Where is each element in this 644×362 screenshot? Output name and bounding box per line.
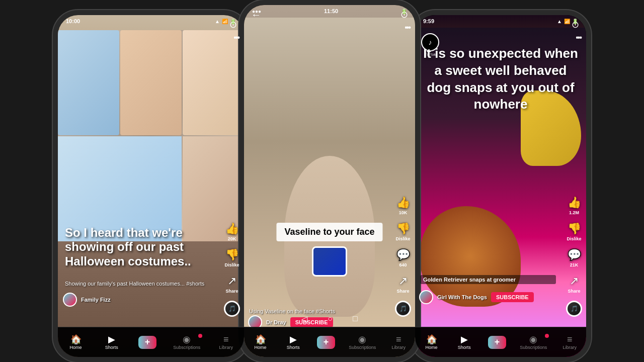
right-nav-add[interactable]: + [487,336,507,349]
home-icon: 🏠 [70,335,82,344]
right-caption-line3: dog snaps at you out of [427,80,574,95]
center-phone: ●●● 11:50 🔋 ← ⊙ ••• 👍 10K 👎 [244,5,415,357]
center-add-icon[interactable]: + [317,336,335,349]
signal-icon: ▲ [215,19,220,24]
center-like-icon: 👍 [396,196,410,209]
right-nav-home[interactable]: 🏠 Home [422,335,442,350]
left-caption-text: So I heard that we're showing off our pa… [65,226,214,269]
nav-back-btn[interactable]: ◁ [301,314,307,324]
left-music-disc: 🎵 [224,301,240,317]
face-1 [58,30,119,135]
right-comment-icon: 💬 [568,248,581,261]
center-camera-icon[interactable]: ⊙ [400,9,408,20]
right-caption-line1: It is so unexpected when [423,46,578,61]
left-dislike-btn[interactable]: 👎 Dislike [224,248,239,267]
subscriptions-label: Subscriptions [173,345,200,350]
face-2 [120,30,182,135]
left-share-label: Share [225,289,238,294]
center-share-btn[interactable]: ↗ Share [396,275,409,294]
right-channel-row: Girl With The Dogs SUBSCRIBE [419,290,582,304]
center-library-icon: ≡ [396,335,401,344]
dislike-icon: 👎 [225,248,239,261]
right-dislike-label: Dislike [567,236,581,241]
left-nav-shorts[interactable]: ▶ Shorts [102,335,122,350]
right-comment-btn[interactable]: 💬 21K [568,248,581,267]
right-channel-name: Girl With The Dogs [437,294,487,300]
wifi-icon: 📶 [222,19,228,24]
right-library-label: Library [563,345,577,350]
left-bottom-nav: 🏠 Home ▶ Shorts + ◉ Subscriptions [58,327,244,357]
right-subscriptions-icon: ◉ [529,335,537,344]
right-nav-shorts[interactable]: ▶ Shorts [454,335,474,350]
left-like-btn[interactable]: 👍 20K [225,222,239,241]
center-dislike-label: Dislike [395,236,410,241]
nav-recent-btn[interactable]: □ [353,314,358,324]
right-wifi: 📶 [564,19,570,24]
center-nav-subscriptions[interactable]: ◉ Subscriptions [349,335,376,350]
center-video-bg [244,5,415,357]
left-dislike-label: Dislike [224,262,239,267]
right-avatar [419,290,433,304]
right-nav-library[interactable]: ≡ Library [559,335,580,350]
right-camera-icon[interactable]: ⊙ [572,19,579,30]
center-share-label: Share [396,289,409,294]
left-screen: 10:00 ▲ 📶 🔋 ⊙ ••• 👍 20K 👎 Disli [58,15,244,357]
center-home-label: Home [255,345,267,350]
right-desc-text: Golden Retriever snaps at groomer [420,275,556,284]
center-home-icon: 🏠 [255,335,266,344]
right-add-icon[interactable]: + [488,336,506,349]
right-caption-line4: nowhere [474,97,528,112]
center-menu-dots[interactable]: ••• [405,23,410,32]
right-subscribe-btn[interactable]: SUBSCRIBE [491,292,534,302]
family-photo [58,30,244,241]
share-icon: ↗ [227,275,236,288]
left-nav-library[interactable]: ≡ Library [216,335,236,350]
right-home-icon: 🏠 [426,335,437,344]
left-phone: 10:00 ▲ 📶 🔋 ⊙ ••• 👍 20K 👎 Disli [58,15,244,357]
left-menu-dots[interactable]: ••• [233,33,239,42]
center-like-btn[interactable]: 👍 10K [396,196,410,215]
left-phone-wrapper: 10:00 ▲ 📶 🔋 ⊙ ••• 👍 20K 👎 Disli [58,0,244,362]
center-like-count: 10K [399,210,408,215]
right-like-btn[interactable]: 👍 1.2M [568,196,581,215]
center-side-actions: 👍 10K 👎 Dislike 💬 640 ↗ Share 🎵 [395,196,411,317]
left-nav-home[interactable]: 🏠 Home [66,335,86,350]
center-nav-add[interactable]: + [316,336,336,349]
right-caption-line2: a sweet well behaved [434,63,567,78]
shorts-label: Shorts [105,345,118,350]
add-icon[interactable]: + [138,336,156,349]
left-nav-add[interactable]: + [137,336,157,349]
right-menu-dots[interactable]: ••• [576,33,581,42]
vaseline-jar [312,246,347,277]
face-3 [183,30,244,135]
left-share-btn[interactable]: ↗ Share [225,275,238,294]
left-like-count: 20K [228,236,236,241]
left-side-actions: 👍 20K 👎 Dislike ↗ Share 🎵 [224,222,240,317]
back-arrow-btn[interactable]: ← [251,9,261,21]
shorts-icon: ▶ [108,335,115,344]
right-dislike-btn[interactable]: 👎 Dislike [567,222,581,241]
center-time: 11:50 [324,8,338,14]
center-shorts-label: Shorts [287,345,300,350]
right-like-count: 1.2M [569,210,579,215]
center-dislike-btn[interactable]: 👎 Dislike [395,222,410,241]
center-caption-text: Vaseline to your face [284,227,374,237]
center-nav-shorts[interactable]: ▶ Shorts [283,335,303,350]
center-screen: ●●● 11:50 🔋 ← ⊙ ••• 👍 10K 👎 [244,5,415,357]
right-signal: ▲ [557,19,562,24]
like-icon: 👍 [225,222,239,235]
center-comment-btn[interactable]: 💬 640 [396,248,410,267]
center-dislike-icon: 👎 [396,222,410,235]
center-nav-home[interactable]: 🏠 Home [251,335,271,350]
right-phone: 9:59 ▲ 📶 🔋 ⊙ ••• ♪ TikTok It is so unexp… [415,15,586,357]
nav-home-btn[interactable]: ○ [328,314,333,324]
right-nav-subscriptions[interactable]: ◉ Subscriptions [520,335,547,350]
left-nav-subscriptions[interactable]: ◉ Subscriptions [173,335,200,350]
right-subscriptions-label: Subscriptions [520,345,547,350]
right-dislike-icon: 👎 [568,222,581,235]
left-camera-icon[interactable]: ⊙ [229,19,237,30]
right-share-icon: ↗ [570,275,579,288]
left-caption: So I heard that we're showing off our pa… [65,226,214,269]
center-nav-library[interactable]: ≡ Library [388,335,409,350]
right-caption-text: It is so unexpected when a sweet well be… [422,45,579,113]
